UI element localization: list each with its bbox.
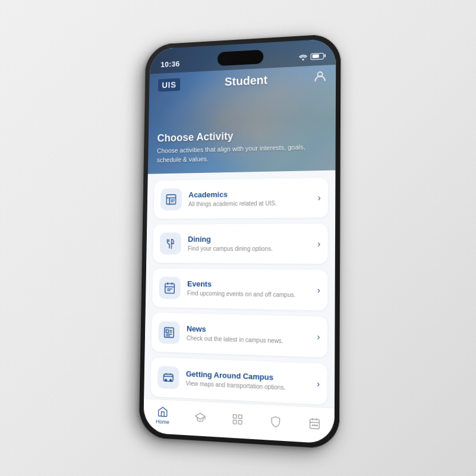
mute-button [142,112,144,132]
home-icon [157,405,168,417]
news-icon [162,326,175,339]
news-text: News Check out the latest in campus news… [186,324,310,345]
dining-icon [164,237,176,250]
getting-around-chevron: › [317,379,320,389]
academics-text: Academics All things academic related at… [188,188,310,207]
svg-rect-2 [166,194,176,204]
dining-chevron: › [317,239,320,248]
nav-calendar[interactable] [303,414,325,432]
volume-down-button [141,178,143,212]
svg-rect-33 [314,424,316,425]
getting-around-text: Getting Around Campus View maps and tran… [185,369,309,392]
phone-reflection [138,437,339,449]
svg-rect-26 [233,420,237,423]
news-icon-wrap [158,321,180,344]
phone-screen: 10:36 UIS [143,38,336,443]
phone-scene: 10:36 UIS [138,33,341,449]
events-icon-wrap [159,276,180,299]
power-button [340,116,341,153]
dynamic-island [217,49,263,66]
dining-icon-wrap [159,232,181,254]
news-chevron: › [317,332,320,342]
nav-home-label: Home [156,418,169,424]
academics-chevron: › [317,193,320,202]
wifi-icon [298,53,307,60]
svg-rect-25 [238,414,242,418]
svg-rect-28 [310,418,319,428]
svg-point-22 [169,379,171,381]
dining-title: Dining [188,234,310,243]
academics-icon [165,193,177,206]
menu-item-news[interactable]: News Check out the latest in campus news… [151,313,327,357]
status-icons [298,52,323,60]
uis-logo: UIS [157,78,180,92]
main-content[interactable]: Academics All things academic related at… [144,170,335,407]
events-title: Events [187,279,310,290]
shield-icon [269,414,281,427]
status-time: 10:36 [160,59,179,68]
dining-text: Dining Find your campus dining options. [187,234,310,253]
svg-line-29 [310,421,319,422]
activity-desc: Choose activities that align with your i… [156,142,325,165]
phone-device: 10:36 UIS [138,33,341,449]
svg-point-21 [165,379,166,381]
grid-icon [231,412,243,425]
academics-icon-wrap [160,188,181,210]
events-text: Events Find upcoming events on and off c… [187,279,310,299]
cap-icon [194,411,206,423]
volume-up-button [141,138,144,172]
svg-rect-15 [166,329,168,332]
news-desc: Check out the latest in campus news. [186,334,310,345]
svg-rect-8 [165,283,174,293]
events-chevron: › [317,285,320,295]
menu-item-academics[interactable]: Academics All things academic related at… [153,177,328,218]
events-desc: Find upcoming events on and off campus. [187,289,310,299]
menu-item-getting-around[interactable]: Getting Around Campus View maps and tran… [150,357,327,405]
app-title: Student [224,73,267,89]
battery-icon [310,52,323,59]
calendar-icon [308,417,320,430]
nav-shield[interactable] [264,412,286,430]
profile-icon[interactable] [314,70,326,85]
svg-point-0 [302,58,304,60]
svg-rect-32 [312,424,314,425]
dining-desc: Find your campus dining options. [187,244,310,253]
events-icon [163,281,176,294]
menu-item-dining[interactable]: Dining Find your campus dining options. … [153,223,327,264]
header-content: Choose Activity Choose activities that a… [156,127,326,165]
academics-desc: All things academic related at UIS. [188,198,310,207]
svg-rect-34 [316,424,317,425]
transport-icon-wrap [157,365,179,389]
menu-item-events[interactable]: Events Find upcoming events on and off c… [152,268,327,310]
getting-around-desc: View maps and transportation options. [185,379,309,392]
svg-point-1 [317,71,322,76]
getting-around-title: Getting Around Campus [185,369,309,383]
nav-home[interactable]: Home [151,402,174,427]
svg-rect-24 [233,414,237,418]
nav-academics[interactable] [190,408,210,425]
svg-rect-27 [238,420,242,423]
nav-grid[interactable] [226,409,248,428]
transport-icon [162,370,174,384]
academics-title: Academics [188,188,311,199]
bottom-nav: Home [143,398,335,444]
